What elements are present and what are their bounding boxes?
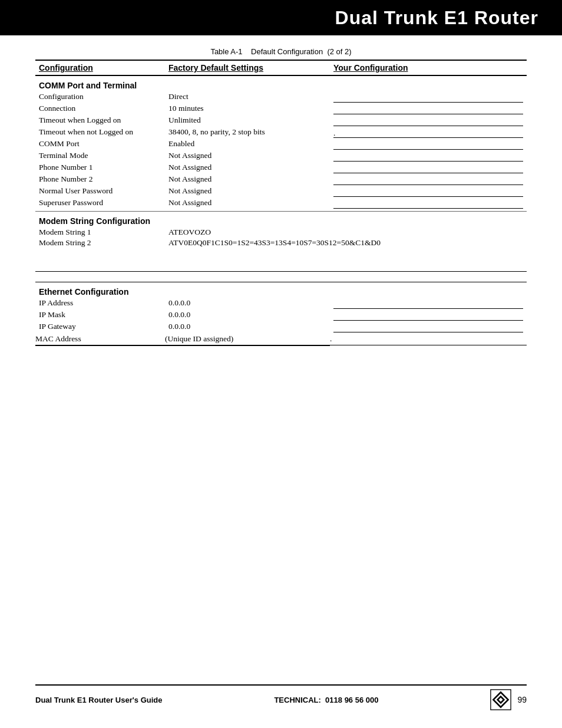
table-label: Table A-1 (210, 47, 242, 56)
row-your-config: . (330, 333, 527, 345)
row-your-config (330, 162, 527, 174)
config-line (333, 323, 523, 332)
row-label: COMM Port (35, 139, 165, 150)
row-your-config (330, 174, 527, 186)
row-your-config (330, 309, 527, 321)
table-row: MAC Address (Unique ID assigned) . (35, 333, 527, 345)
row-label: IP Gateway (35, 321, 165, 333)
your-config-extra-line2 (35, 274, 527, 282)
table-caption: Table A-1 Default Configuration (2 of 2) (35, 47, 527, 56)
row-value: ATEOVOZO (165, 227, 330, 238)
page: Dual Trunk E1 Router Table A-1 Default C… (0, 0, 562, 728)
table-row: Superuser Password Not Assigned (35, 197, 527, 212)
row-label: Configuration (35, 91, 165, 103)
row-label: Terminal Mode (35, 150, 165, 162)
row-your-config: . (330, 127, 527, 139)
row-your-config (330, 227, 527, 238)
row-label: IP Address (35, 298, 165, 309)
row-value: Not Assigned (165, 197, 330, 212)
config-line (333, 299, 523, 309)
diamond-logo-icon (490, 689, 511, 710)
page-number: 99 (517, 695, 527, 704)
config-line (333, 117, 523, 126)
row-your-config (330, 298, 527, 309)
row-value: Unlimited (165, 115, 330, 127)
footer-technical: TECHNICAL: 0118 96 56 000 (274, 696, 378, 704)
row-label: Modem String 2 (35, 238, 165, 249)
table-row: Phone Number 1 Not Assigned (35, 162, 527, 174)
row-value: 38400, 8, no parity, 2 stop bits (165, 127, 330, 139)
table-row: Modem String 2 ATV0E0Q0F1C1S0=1S2=43S3=1… (35, 238, 527, 249)
table-row: Normal User Password Not Assigned (35, 186, 527, 197)
row-value: 0.0.0.0 (165, 298, 330, 309)
row-value: 0.0.0.0 (165, 321, 330, 333)
row-value: Not Assigned (165, 174, 330, 186)
row-value: 0.0.0.0 (165, 309, 330, 321)
table-row: IP Gateway 0.0.0.0 (35, 321, 527, 333)
table-row: COMM Port Enabled (35, 139, 527, 150)
section-title-modem: Modem String Configuration (35, 212, 527, 228)
row-your-config (330, 91, 527, 103)
row-label: Superuser Password (35, 197, 165, 212)
col-header-config: Configuration (35, 60, 165, 75)
table-description: Default Configuration (251, 47, 323, 56)
config-line (333, 311, 523, 321)
row-your-config (330, 115, 527, 127)
col-header-factory: Factory Default Settings (165, 60, 330, 75)
config-line (333, 176, 523, 185)
config-table: Configuration Factory Default Settings Y… (35, 60, 527, 346)
row-your-config (330, 197, 527, 212)
row-label: Connection (35, 103, 165, 115)
table-row: Configuration Direct (35, 91, 527, 103)
config-line: . (333, 129, 523, 138)
section-title-comm: COMM Port and Terminal (35, 75, 527, 91)
table-page-info: (2 of 2) (327, 47, 351, 56)
config-line (333, 187, 523, 197)
row-label: Phone Number 1 (35, 162, 165, 174)
row-label: Timeout when not Logged on (35, 127, 165, 139)
page-footer: Dual Trunk E1 Router User's Guide TECHNI… (35, 684, 527, 710)
footer-right: 99 (490, 689, 527, 710)
row-your-config (330, 150, 527, 162)
config-line (333, 164, 523, 173)
row-value: ATV0E0Q0F1C1S0=1S2=43S3=13S4=10S7=30S12=… (165, 238, 527, 249)
footer-technical-value: 0118 96 56 000 (325, 696, 378, 704)
row-value: Not Assigned (165, 186, 330, 197)
row-your-config (330, 186, 527, 197)
main-content: Table A-1 Default Configuration (2 of 2)… (0, 35, 562, 370)
row-label: Phone Number 2 (35, 174, 165, 186)
row-value: Direct (165, 91, 330, 103)
footer-title: Dual Trunk E1 Router User's Guide (35, 696, 162, 704)
config-line (333, 199, 523, 209)
spacer-row (35, 249, 527, 261)
table-row: IP Mask 0.0.0.0 (35, 309, 527, 321)
page-title: Dual Trunk E1 Router (335, 7, 538, 29)
table-row: Phone Number 2 Not Assigned (35, 174, 527, 186)
config-line (333, 93, 523, 103)
section-header-modem: Modem String Configuration (35, 212, 527, 228)
row-label: MAC Address (35, 333, 165, 345)
config-line (333, 152, 523, 162)
row-label: Modem String 1 (35, 227, 165, 238)
row-your-config (330, 139, 527, 150)
section-title-ethernet: Ethernet Configuration (35, 282, 527, 298)
your-config-extra-line1 (35, 261, 527, 271)
row-value: Not Assigned (165, 150, 330, 162)
col-header-yours: Your Configuration (330, 60, 527, 75)
config-line (333, 140, 523, 150)
table-row: Modem String 1 ATEOVOZO (35, 227, 527, 238)
footer-technical-label: TECHNICAL: (274, 696, 320, 704)
row-label: Normal User Password (35, 186, 165, 197)
table-row: IP Address 0.0.0.0 (35, 298, 527, 309)
table-row: Timeout when Logged on Unlimited (35, 115, 527, 127)
row-your-config (330, 321, 527, 333)
table-row: Timeout when not Logged on 38400, 8, no … (35, 127, 527, 139)
row-label: Timeout when Logged on (35, 115, 165, 127)
row-value: 10 minutes (165, 103, 330, 115)
header-banner: Dual Trunk E1 Router (0, 0, 562, 35)
row-your-config (330, 103, 527, 115)
table-row: Terminal Mode Not Assigned (35, 150, 527, 162)
config-line (333, 105, 523, 114)
table-row: Connection 10 minutes (35, 103, 527, 115)
section-header-ethernet: Ethernet Configuration (35, 282, 527, 298)
